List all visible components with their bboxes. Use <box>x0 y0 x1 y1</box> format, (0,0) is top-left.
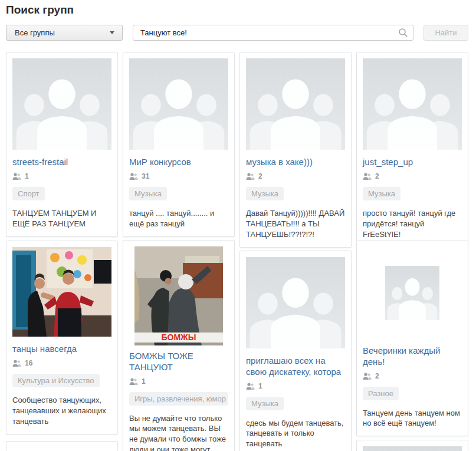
group-search-page: Поиск групп Все группы Найти str <box>0 0 476 451</box>
members-count: 16 <box>25 359 32 367</box>
members-icon <box>12 360 21 367</box>
group-card: just_step_up 2 Музыка просто танцуй! тан… <box>356 52 468 248</box>
members-row: 2 <box>363 172 462 180</box>
group-avatar-placeholder[interactable] <box>12 58 111 150</box>
category-badge: Музыка <box>246 397 284 410</box>
category-badge: Музыка <box>129 187 167 200</box>
search-input[interactable] <box>133 25 413 41</box>
group-card: музыка в хаке))) 2 Музыка Давай Танцуй))… <box>239 52 352 248</box>
group-name-link[interactable]: just_step_up <box>363 157 462 168</box>
find-button[interactable]: Найти <box>424 25 468 41</box>
category-badge: Спорт <box>12 187 45 200</box>
dropdown-selected-value: Все группы <box>6 28 110 37</box>
members-icon <box>363 373 372 380</box>
category-badge: Игры, развлечения, юмор <box>129 392 228 406</box>
group-name-link[interactable]: музыка в хаке))) <box>246 157 345 168</box>
members-row: 1 <box>246 382 345 390</box>
group-card: приглашаю всех на свою дискатеку, котора… <box>239 251 352 451</box>
members-count: 2 <box>375 172 379 180</box>
members-count: 1 <box>258 382 262 390</box>
group-type-dropdown[interactable]: Все группы <box>6 25 123 41</box>
members-icon <box>129 378 138 385</box>
members-icon <box>363 173 372 180</box>
group-photo[interactable] <box>12 247 111 337</box>
members-icon <box>12 173 21 180</box>
category-badge: Культура и Искусство <box>12 374 100 387</box>
group-description: Давай Танцуй)))))!!!! ДАВАЙ ТАНЦЕВАТЬ!!!… <box>246 208 345 240</box>
photo-caption-text: БОМЖЫ <box>162 333 196 342</box>
group-name-link[interactable]: МиР конкурсов <box>129 157 228 168</box>
group-card-partial <box>6 441 118 451</box>
search-box <box>133 25 413 41</box>
group-card: МиР конкурсов 31 Музыка танцуй .... танц… <box>123 52 235 237</box>
group-name-link[interactable]: БОМЖЫ ТОЖЕ ТАНЦУЮТ <box>129 351 228 373</box>
chevron-down-icon <box>110 31 114 34</box>
group-description: ТАНЦУЕМ ТАНЦУЕМ И ЕЩЁ РАЗ ТАНЦУЕМ <box>12 208 111 229</box>
group-avatar-placeholder[interactable] <box>363 58 462 150</box>
group-name-link[interactable]: танцы навсегда <box>12 344 111 355</box>
group-card: танцы навсегда 16 Культура и Искусство С… <box>6 241 118 434</box>
search-icon[interactable] <box>398 28 408 40</box>
group-name-link[interactable]: приглашаю всех на свою дискатеку, котора <box>246 355 345 378</box>
group-description: Сообщество танцующих, танцевавших и жела… <box>12 395 111 427</box>
members-count: 1 <box>142 377 146 386</box>
group-description: сдесь мы будем танцевать, танцевать и то… <box>246 418 345 450</box>
category-badge: Разное <box>363 387 399 400</box>
members-row: 1 <box>129 377 228 386</box>
group-avatar-placeholder[interactable] <box>385 266 439 320</box>
group-card-partial <box>356 440 468 451</box>
group-photo[interactable]: БОМЖЫ <box>134 246 223 345</box>
members-count: 1 <box>25 172 29 180</box>
members-row: 2 <box>363 372 462 380</box>
group-description: просто танцуй! танцуй где придётся! танц… <box>363 208 462 240</box>
group-description: Вы не думайте что только мы можем танцев… <box>129 413 228 451</box>
members-icon <box>246 173 255 180</box>
members-icon <box>246 383 255 390</box>
members-icon <box>129 173 138 180</box>
members-count: 31 <box>142 172 149 180</box>
members-count: 2 <box>258 172 262 180</box>
group-avatar-small-wrap <box>363 247 462 338</box>
group-avatar-placeholder[interactable] <box>129 58 228 150</box>
members-row: 2 <box>246 172 345 180</box>
group-avatar-placeholder[interactable] <box>363 446 462 451</box>
group-card: streets-frestail 1 Спорт ТАНЦУЕМ ТАНЦУЕМ… <box>6 52 118 237</box>
category-badge: Музыка <box>246 187 284 200</box>
group-description: Танцуем день танцуем ном но всё ещё танц… <box>363 408 462 429</box>
group-avatar-placeholder[interactable] <box>246 257 345 348</box>
group-name-link[interactable]: streets-frestail <box>12 157 111 168</box>
category-badge: Музыка <box>363 187 401 200</box>
group-avatar-placeholder[interactable] <box>246 58 345 150</box>
group-card: Вечеринки каждый день! 2 Разное Танцуем … <box>356 241 468 436</box>
members-count: 2 <box>375 372 379 380</box>
group-card: БОМЖЫ БОМЖЫ ТОЖЕ ТАНЦУЮТ 1 Игры, развлеч… <box>123 240 235 451</box>
members-row: 16 <box>12 359 111 367</box>
members-row: 31 <box>129 172 228 180</box>
members-row: 1 <box>12 172 111 180</box>
group-description: танцуй .... танцуй........ и ещё раз тан… <box>129 208 228 229</box>
group-name-link[interactable]: Вечеринки каждый день! <box>363 345 462 368</box>
page-title: Поиск групп <box>6 4 74 17</box>
